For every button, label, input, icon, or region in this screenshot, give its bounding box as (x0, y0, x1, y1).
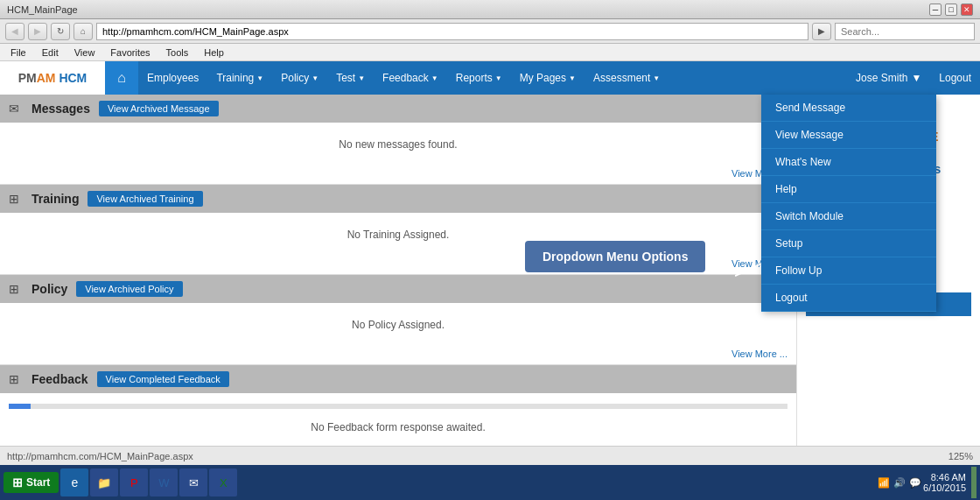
nav-assessment[interactable]: Assessment▼ (584, 61, 668, 95)
user-name-button[interactable]: Jose Smith ▼ (847, 72, 930, 84)
messages-section: ✉ Messages View Archived Message No new … (0, 95, 796, 185)
dropdown-follow-up[interactable]: Follow Up (761, 257, 936, 285)
dropdown-help[interactable]: Help (761, 176, 936, 203)
taskbar-outlook-icon[interactable]: ✉ (179, 468, 207, 496)
nav-test[interactable]: Test▼ (327, 61, 374, 95)
close-button[interactable]: ✕ (961, 4, 973, 16)
messages-body: No new messages found. (0, 123, 796, 166)
policy-header: ⊞ Policy View Archived Policy (0, 275, 796, 303)
start-button[interactable]: ⊞ Start (4, 472, 59, 493)
feedback-empty: No Feedback form response awaited. (9, 412, 788, 442)
view-completed-feedback-button[interactable]: View Completed Feedback (97, 371, 229, 387)
browser-bottom: http://pmamhcm.com/HCM_MainPage.aspx 125… (0, 446, 980, 465)
ie-icon: e (71, 475, 78, 489)
feedback-progress-bar (9, 404, 31, 409)
address-bar-row: ◀ ▶ ↻ ⌂ ▶ (0, 19, 980, 44)
outlook-icon: ✉ (189, 476, 199, 489)
messages-icon: ✉ (9, 102, 19, 116)
dropdown-menu: Send Message View Message What's New Hel… (761, 95, 936, 312)
forward-button[interactable]: ▶ (28, 23, 47, 40)
nav-reports[interactable]: Reports▼ (447, 61, 511, 95)
view-archived-policy-button[interactable]: View Archived Policy (76, 281, 182, 297)
excel-icon: X (220, 476, 228, 489)
messages-header: ✉ Messages View Archived Message (0, 95, 796, 123)
dropdown-view-message[interactable]: View Message (761, 122, 936, 149)
taskbar-pdf-icon[interactable]: P (120, 468, 148, 496)
assessment-arrow-icon: ▼ (653, 74, 660, 82)
menu-help[interactable]: Help (197, 46, 231, 60)
reports-arrow-icon: ▼ (495, 74, 502, 82)
maximize-button[interactable]: □ (945, 4, 957, 16)
browser-frame: HCM_MainPage ─ □ ✕ ◀ ▶ ↻ ⌂ ▶ File Edit V… (0, 0, 980, 500)
menu-edit[interactable]: Edit (35, 46, 66, 60)
app-logo: PMAM HCM (0, 61, 105, 95)
windows-icon: ⊞ (12, 475, 23, 489)
messages-title: Messages (32, 102, 90, 116)
search-input[interactable] (835, 23, 975, 40)
dropdown-logout[interactable]: Logout (761, 285, 936, 312)
training-arrow-icon: ▼ (256, 74, 263, 82)
feedback-header: ⊞ Feedback View Completed Feedback (0, 365, 796, 393)
feedback-body: No Feedback form response awaited. (0, 393, 796, 446)
taskbar: ⊞ Start e 📁 P W ✉ X 📶 🔊 💬 8:46 AM 6/10/ (0, 465, 980, 500)
logo-pm: PM (18, 71, 37, 85)
home-button[interactable]: ⌂ (74, 23, 93, 40)
title-bar-text: HCM_MainPage (7, 4, 78, 15)
nav-mypages[interactable]: My Pages▼ (511, 61, 584, 95)
notification-icon: 💬 (909, 477, 921, 489)
title-bar: HCM_MainPage ─ □ ✕ (0, 0, 980, 19)
tooltip-box: Dropdown Menu Options (525, 241, 705, 272)
back-button[interactable]: ◀ (5, 23, 24, 40)
minimize-button[interactable]: ─ (929, 4, 942, 16)
messages-empty: No new messages found. (9, 130, 788, 159)
menu-tools[interactable]: Tools (159, 46, 196, 60)
feedback-progress-container (9, 404, 788, 409)
refresh-button[interactable]: ↻ (51, 23, 70, 40)
mypages-arrow-icon: ▼ (569, 74, 576, 82)
logo-hcm: HCM (56, 71, 88, 85)
taskbar-excel-icon[interactable]: X (209, 468, 237, 496)
taskbar-ie-icon[interactable]: e (60, 468, 88, 496)
title-bar-buttons: ─ □ ✕ (929, 4, 973, 16)
dropdown-switch-module[interactable]: Switch Module (761, 203, 936, 230)
nav-employees[interactable]: Employees (138, 61, 207, 95)
policy-section: ⊞ Policy View Archived Policy No Policy … (0, 275, 796, 365)
dropdown-setup[interactable]: Setup (761, 230, 936, 257)
taskbar-folder-icon[interactable]: 📁 (90, 468, 118, 496)
system-tray: 📶 🔊 💬 (878, 477, 921, 489)
test-arrow-icon: ▼ (358, 74, 365, 82)
policy-body: No Policy Assigned. (0, 303, 796, 347)
nav-feedback[interactable]: Feedback▼ (374, 61, 447, 95)
view-archived-training-button[interactable]: View Archived Training (88, 191, 202, 207)
policy-view-more[interactable]: View More ... (0, 347, 796, 364)
view-archived-message-button[interactable]: View Archived Message (99, 101, 219, 116)
policy-title: Policy (32, 282, 67, 296)
show-desktop-button[interactable] (971, 467, 976, 498)
go-button[interactable]: ▶ (812, 23, 831, 40)
zoom-level: 125% (948, 451, 973, 461)
time-display: 8:46 AM 6/10/2015 (923, 472, 966, 493)
menu-view[interactable]: View (67, 46, 102, 60)
volume-icon: 🔊 (893, 477, 906, 489)
taskbar-word-icon[interactable]: W (150, 468, 178, 496)
feedback-section: ⊞ Feedback View Completed Feedback No Fe… (0, 365, 796, 446)
dropdown-send-message[interactable]: Send Message (761, 95, 936, 122)
feedback-title: Feedback (32, 372, 88, 386)
user-section: Jose Smith ▼ Logout (847, 61, 980, 95)
messages-view-more[interactable]: View More ... (0, 166, 796, 184)
dropdown-whats-new[interactable]: What's New (761, 149, 936, 176)
policy-icon: ⊞ (9, 282, 19, 296)
feedback-icon: ⊞ (9, 372, 19, 386)
home-nav-button[interactable]: ⌂ (105, 61, 138, 95)
pdf-icon: P (130, 476, 138, 489)
nav-training[interactable]: Training▼ (207, 61, 272, 95)
app-nav: PMAM HCM ⌂ Employees Training▼ Policy▼ T… (0, 61, 980, 95)
menu-favorites[interactable]: Favorites (103, 46, 157, 60)
status-url: http://pmamhcm.com/HCM_MainPage.aspx (7, 451, 193, 461)
logo-text: PMAM HCM (18, 71, 88, 85)
menu-file[interactable]: File (4, 46, 33, 60)
logout-button[interactable]: Logout (930, 61, 980, 95)
nav-policy[interactable]: Policy▼ (272, 61, 327, 95)
policy-arrow-icon: ▼ (312, 74, 318, 82)
address-input[interactable] (96, 23, 808, 40)
